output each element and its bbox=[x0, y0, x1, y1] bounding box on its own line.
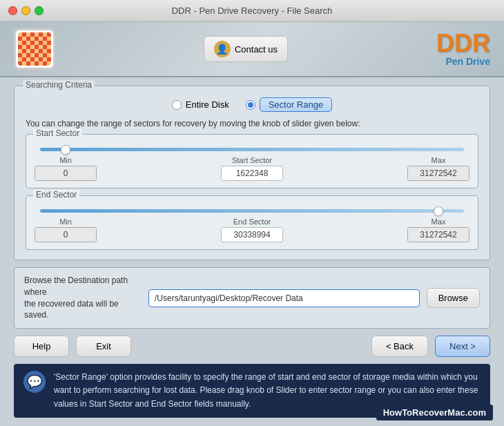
entire-disk-option[interactable]: Entire Disk bbox=[172, 99, 229, 110]
header: 👤 Contact us DDR Pen Drive bbox=[0, 22, 504, 77]
contact-icon: 👤 bbox=[214, 41, 231, 57]
start-sector-group: Start Sector Min Start Sector Max bbox=[26, 134, 478, 188]
start-sector-slider-container bbox=[35, 140, 469, 156]
end-min-label: Min bbox=[59, 217, 72, 226]
start-max-group: Max bbox=[407, 156, 469, 181]
window-controls[interactable] bbox=[8, 6, 43, 15]
sector-range-radio[interactable] bbox=[246, 100, 255, 110]
start-min-input[interactable] bbox=[35, 166, 97, 181]
start-sector-fields: Min Start Sector Max bbox=[35, 156, 469, 181]
browse-path-input[interactable] bbox=[148, 289, 420, 307]
end-min-group: Min bbox=[35, 217, 97, 242]
browse-button[interactable]: Browse bbox=[427, 288, 480, 308]
brand-sub: Pen Drive bbox=[436, 56, 490, 67]
entire-disk-label: Entire Disk bbox=[186, 99, 229, 110]
close-button[interactable] bbox=[8, 6, 17, 15]
start-sector-label: Start Sector bbox=[33, 128, 82, 138]
info-icon: 💬 bbox=[23, 371, 46, 393]
end-sector-input[interactable] bbox=[221, 227, 283, 242]
start-max-label: Max bbox=[432, 156, 446, 164]
start-min-group: Min bbox=[35, 156, 97, 181]
title-bar: DDR - Pen Drive Recovery - File Search bbox=[0, 0, 504, 22]
group-label: Searching Criteria bbox=[23, 80, 95, 90]
browse-description: Browse the Destination path where the re… bbox=[24, 275, 142, 321]
end-max-label: Max bbox=[432, 217, 446, 226]
logo-icon bbox=[18, 32, 51, 66]
start-max-input[interactable] bbox=[407, 166, 469, 181]
contact-button[interactable]: 👤 Contact us bbox=[204, 36, 288, 62]
end-sector-group: End Sector Min End Sector Max bbox=[26, 195, 478, 250]
end-max-group: Max bbox=[407, 217, 469, 242]
entire-disk-radio[interactable] bbox=[172, 100, 182, 110]
start-min-label: Min bbox=[59, 156, 72, 164]
main-content: Searching Criteria Entire Disk Sector Ra… bbox=[0, 77, 504, 426]
start-mid-label: Start Sector bbox=[232, 156, 272, 164]
end-min-input[interactable] bbox=[35, 227, 97, 242]
end-max-input[interactable] bbox=[407, 227, 469, 242]
end-sector-label: End Sector bbox=[33, 190, 79, 200]
back-button[interactable]: < Back bbox=[371, 336, 428, 357]
radio-row: Entire Disk Sector Range bbox=[26, 97, 478, 112]
contact-label: Contact us bbox=[235, 44, 278, 55]
browse-row: Browse the Destination path where the re… bbox=[14, 267, 490, 329]
app-logo bbox=[14, 28, 55, 70]
start-sector-input[interactable] bbox=[221, 166, 283, 181]
end-sector-fields: Min End Sector Max bbox=[35, 217, 469, 242]
end-sector-slider-container bbox=[35, 202, 469, 217]
help-button[interactable]: Help bbox=[14, 336, 69, 357]
searching-criteria-group: Searching Criteria Entire Disk Sector Ra… bbox=[14, 86, 490, 260]
exit-button[interactable]: Exit bbox=[76, 336, 131, 357]
end-mid-group: End Sector bbox=[221, 217, 283, 242]
maximize-button[interactable] bbox=[35, 6, 43, 15]
sector-range-option[interactable]: Sector Range bbox=[246, 97, 333, 112]
bottom-buttons: Help Exit < Back Next > bbox=[14, 336, 490, 357]
next-button[interactable]: Next > bbox=[435, 336, 490, 357]
minimize-button[interactable] bbox=[21, 6, 30, 15]
slider-info-text: You can change the range of sectors for … bbox=[26, 119, 478, 128]
window-title: DDR - Pen Drive Recovery - File Search bbox=[172, 6, 333, 16]
watermark: HowToRecoverMac.com bbox=[376, 405, 493, 420]
sector-range-label: Sector Range bbox=[260, 97, 333, 112]
start-sector-slider[interactable] bbox=[40, 148, 464, 151]
brand-name: DDR bbox=[436, 31, 490, 56]
brand-section: DDR Pen Drive bbox=[436, 31, 490, 67]
start-mid-group: Start Sector bbox=[221, 156, 283, 181]
end-mid-label: End Sector bbox=[233, 217, 271, 226]
end-sector-slider[interactable] bbox=[40, 209, 464, 213]
